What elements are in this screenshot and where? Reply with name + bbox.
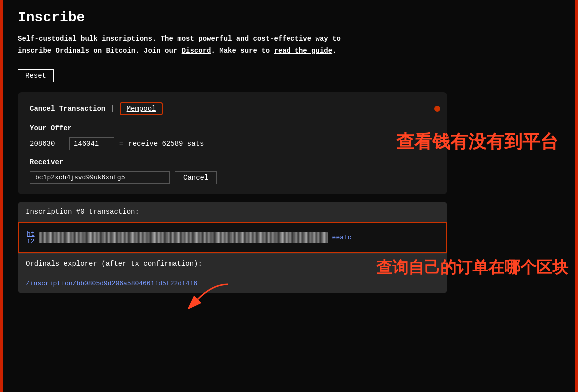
link-prefix: htf2: [27, 230, 35, 245]
mempool-link-wrapper: Mempool: [120, 102, 163, 115]
cancel-transaction-card: Cancel Transaction | Mempool Your Offer …: [18, 92, 447, 194]
offer-row: 208630 – = receive 62589 sats: [30, 137, 435, 150]
reset-button[interactable]: Reset: [18, 69, 54, 82]
inscription-info-bar: Inscription #0 transaction:: [18, 202, 447, 222]
blurred-hash: [39, 232, 328, 243]
page-title: Inscribe: [18, 10, 563, 25]
description-text-2: . Make sure to: [211, 47, 274, 55]
status-dot: [434, 106, 440, 112]
receive-text: receive 62589 sats: [128, 140, 204, 148]
your-offer-label: Your Offer: [30, 124, 435, 132]
cancel-transaction-row: Cancel Transaction | Mempool: [30, 102, 435, 115]
pipe-separator: |: [110, 105, 114, 113]
dash: –: [60, 140, 64, 148]
receiver-input[interactable]: [30, 171, 170, 184]
cancel-transaction-label: Cancel Transaction: [30, 105, 105, 113]
mempool-link[interactable]: Mempool: [127, 105, 156, 113]
amount-input[interactable]: [69, 137, 114, 150]
ordinals-link-anchor[interactable]: /inscription/bb0805d9d206a5804661fd5f22d…: [26, 280, 197, 287]
description: Self-custodial bulk inscriptions. The mo…: [18, 33, 357, 57]
discord-link[interactable]: Discord: [182, 47, 211, 55]
equals: =: [119, 140, 123, 148]
link-suffix: eealc: [332, 234, 352, 241]
inscription-card: Inscription #0 transaction: htf2 eealc O…: [18, 202, 447, 293]
cancel-button[interactable]: Cancel: [175, 171, 217, 184]
guide-link[interactable]: read the guide: [274, 47, 333, 55]
main-content: Inscribe Self-custodial bulk inscription…: [3, 0, 578, 392]
description-text-3: .: [332, 47, 336, 55]
receiver-row: Cancel: [30, 171, 435, 184]
ordinals-bar: Ordinals explorer (after tx confirmation…: [18, 253, 447, 274]
ordinals-link[interactable]: /inscription/bb0805d9d206a5804661fd5f22d…: [18, 274, 447, 293]
link-row: htf2 eealc: [18, 222, 447, 253]
amount-left: 208630: [30, 140, 55, 148]
receiver-label: Receiver: [30, 158, 435, 166]
